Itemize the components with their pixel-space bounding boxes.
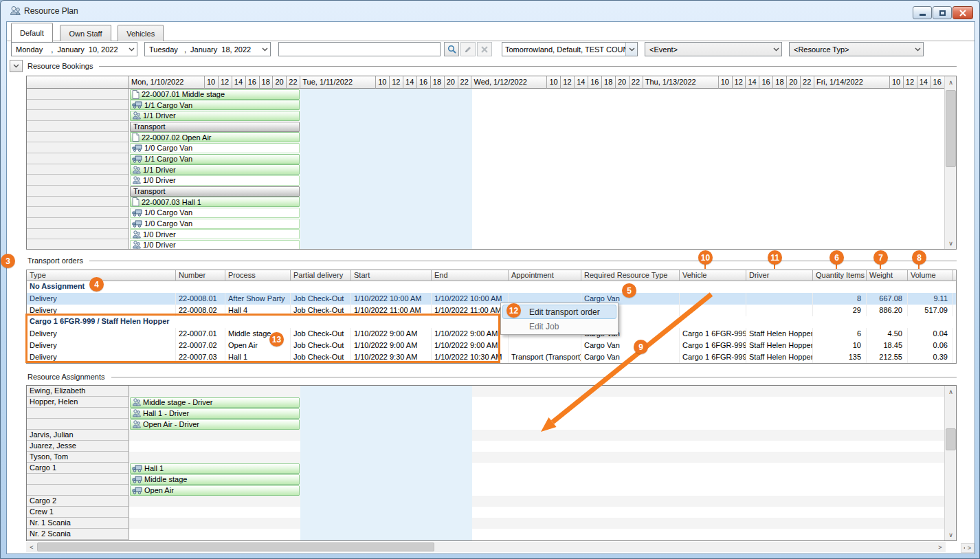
assignment-bar[interactable]: Open Air (130, 485, 300, 496)
table-row[interactable]: Delivery22-0008.01After Show PartyJob Ch… (27, 293, 956, 305)
search-input[interactable] (278, 42, 441, 56)
pane-scroll-right-arrow[interactable]: > (965, 543, 975, 553)
assignment-row-header-cell[interactable]: Cargo 1 (27, 463, 129, 474)
booking-bar[interactable]: 1/0 Cargo Van (130, 143, 300, 153)
tab-own-staff[interactable]: Own Staff (60, 25, 111, 41)
assignment-row-header-cell[interactable] (27, 408, 129, 419)
column-header-qty[interactable]: Quantity Items (813, 270, 867, 281)
column-header-appointment[interactable]: Appointment (509, 270, 581, 281)
scroll-down-arrow[interactable]: ∨ (945, 237, 957, 249)
assignment-row-header-cell[interactable]: Nr. 1 Scania (27, 518, 129, 529)
scrollbar-thumb[interactable] (946, 90, 956, 167)
bookings-row-header-cell[interactable] (27, 175, 129, 186)
bookings-row-header-cell[interactable] (27, 207, 129, 218)
column-header-process[interactable]: Process (225, 270, 291, 281)
scroll-left-arrow[interactable]: < (26, 542, 37, 552)
bookings-row-header-cell[interactable] (27, 100, 129, 111)
assignment-row-header-cell[interactable]: Tyson, Tom (27, 452, 129, 463)
bookings-row-header-cell[interactable] (27, 110, 129, 121)
date-to-picker[interactable]: Tuesday , January 18, 2022 (144, 42, 271, 56)
search-button[interactable] (444, 42, 459, 56)
group-row[interactable]: Cargo 1 6FGR-999 / Staff Helen Hopper (27, 316, 956, 328)
assignment-row-header-cell[interactable]: Cargo 2 (27, 496, 129, 507)
assignment-row-header-cell[interactable] (27, 485, 129, 496)
bookings-row-header-cell[interactable] (27, 229, 129, 240)
assignment-row-header-cell[interactable] (27, 474, 129, 485)
booking-bar[interactable]: 1/0 Driver (130, 240, 300, 250)
resource-type-combo[interactable]: <Resource Typ> (789, 42, 924, 56)
booking-bar[interactable]: 1/1 Driver (130, 111, 300, 121)
bookings-row-header-cell[interactable] (27, 218, 129, 229)
clear-button[interactable] (477, 42, 492, 56)
assignment-bar[interactable]: Middle stage - Driver (130, 397, 300, 408)
group-row[interactable]: No Assignment (27, 281, 956, 293)
assignment-bar[interactable]: Hall 1 - Driver (130, 408, 300, 419)
bookings-row-header-cell[interactable] (27, 239, 129, 250)
assignment-row-header-cell[interactable]: Hopper, Helen (27, 397, 129, 408)
bookings-row-header-cell[interactable] (27, 121, 129, 132)
minimize-button[interactable] (913, 6, 932, 19)
close-button[interactable] (953, 6, 973, 19)
assignment-bar[interactable]: Middle stage (130, 474, 300, 485)
resource-assignments-grid[interactable]: Ewing, ElizabethHopper, HelenMiddle stag… (26, 385, 957, 541)
booking-bar[interactable]: Transport (130, 186, 300, 197)
bookings-row-header-cell[interactable] (27, 186, 129, 197)
table-row[interactable]: Delivery22-0007.03Hall 1Job Check-Out1/1… (27, 351, 956, 363)
bookings-row-header-cell[interactable] (27, 197, 129, 208)
column-header-number[interactable]: Number (176, 270, 225, 281)
assignment-bar[interactable]: Open Air - Driver (130, 419, 300, 430)
bookings-row-header-cell[interactable] (27, 153, 129, 164)
booking-bar[interactable]: 22-0007.03 Hall 1 (130, 197, 300, 207)
assignment-row-header-cell[interactable]: Ewing, Elizabeth (27, 386, 129, 397)
scroll-up-arrow[interactable]: ∧ (945, 76, 957, 88)
booking-bar[interactable]: 1/1 Driver (130, 164, 300, 175)
booking-bar[interactable]: 1/0 Driver (130, 175, 300, 186)
column-header-partial[interactable]: Partial delivery (291, 270, 351, 281)
booking-bar[interactable]: 1/0 Cargo Van (130, 219, 300, 229)
booking-bar[interactable]: 1/0 Driver (130, 229, 300, 239)
scroll-up-arrow[interactable]: ∧ (945, 386, 957, 397)
bookings-row-header-cell[interactable] (27, 89, 129, 100)
column-header-weight[interactable]: Weight (867, 270, 908, 281)
location-combo[interactable]: Tomorrowland, Default, TEST COUNT (502, 42, 638, 56)
title-bar[interactable]: Resource Plan (1, 1, 979, 21)
bookings-rows-layer[interactable]: 22-0007.01 Middle stage1/1 Cargo Van1/1 … (27, 89, 946, 250)
assignment-bar[interactable]: Hall 1 (130, 463, 300, 474)
maximize-button[interactable] (933, 6, 952, 19)
bookings-row-header-cell[interactable] (27, 142, 129, 153)
assignment-row-header-cell[interactable]: Nr. 2 Scania (27, 529, 129, 540)
column-header-end[interactable]: End (432, 270, 509, 281)
table-row[interactable]: Delivery22-0007.01Middle stageJob Check-… (27, 328, 956, 340)
table-row[interactable]: Delivery22-0008.02Hall 4Job Check-Out1/1… (27, 305, 956, 316)
column-header-required[interactable]: Required Resource Type (581, 270, 680, 281)
date-from-picker[interactable]: Monday , January 10, 2022 (11, 42, 137, 56)
column-header-driver[interactable]: Driver (746, 270, 813, 281)
assignments-vertical-scrollbar[interactable]: ∧ ∨ (944, 386, 956, 540)
assignments-rows-layer[interactable]: Ewing, ElizabethHopper, HelenMiddle stag… (27, 386, 946, 540)
column-header-volume[interactable]: Volume (908, 270, 953, 281)
bookings-collapse-button[interactable] (10, 60, 23, 72)
resource-bookings-grid[interactable]: Mon, 1/10/202210121416182022Tue, 1/11/20… (26, 76, 957, 250)
tab-vehicles[interactable]: Vehicles (118, 25, 164, 41)
assignment-row-header-cell[interactable]: Crew 1 (27, 507, 129, 518)
scroll-right-arrow[interactable]: > (935, 542, 946, 552)
menu-item-edit-job[interactable]: Edit Job (502, 319, 616, 333)
scrollbar-thumb[interactable] (946, 428, 956, 450)
bookings-row-header-cell[interactable] (27, 132, 129, 143)
assignment-row-header-cell[interactable]: Juarez, Jesse (27, 441, 129, 452)
scrollbar-thumb[interactable] (37, 542, 434, 551)
assignment-row-header-cell[interactable]: Jarvis, Julian (27, 430, 129, 441)
booking-bar[interactable]: 22-0007.02 Open Air (130, 132, 300, 142)
column-header-start[interactable]: Start (351, 270, 432, 281)
column-header-vehicle[interactable]: Vehicle (680, 270, 746, 281)
booking-bar[interactable]: Transport (130, 122, 300, 132)
booking-bar[interactable]: 1/0 Cargo Van (130, 208, 300, 218)
booking-bar[interactable]: 1/1 Cargo Van (130, 100, 300, 110)
assignments-horizontal-scrollbar[interactable]: < > (26, 542, 946, 552)
transport-orders-table[interactable]: TypeNumberProcessPartial deliveryStartEn… (26, 270, 957, 364)
scroll-down-arrow[interactable]: ∨ (945, 529, 957, 540)
tab-default[interactable]: Default (11, 23, 53, 42)
booking-bar[interactable]: 22-0007.01 Middle stage (130, 89, 300, 100)
assignment-row-header-cell[interactable] (27, 419, 129, 430)
bookings-vertical-scrollbar[interactable]: ∧ ∨ (944, 76, 956, 249)
